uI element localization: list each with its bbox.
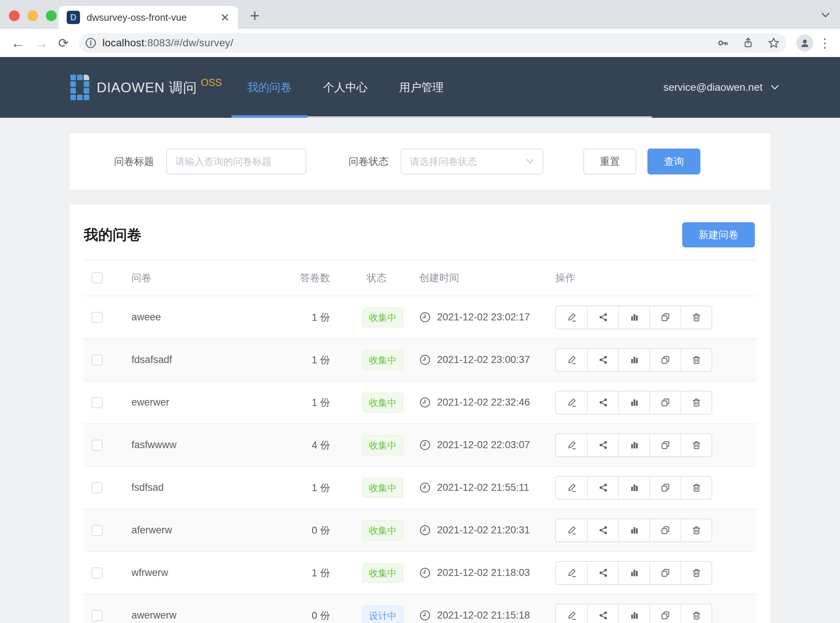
row-actions <box>555 433 712 457</box>
row-checkbox[interactable] <box>92 397 103 408</box>
status-badge: 收集中 <box>362 520 404 540</box>
site-info-icon[interactable] <box>85 37 97 49</box>
brand[interactable]: DIAOWEN 调问 OSS <box>71 75 222 100</box>
stats-button[interactable] <box>618 477 649 499</box>
share-button[interactable] <box>587 306 618 328</box>
delete-icon <box>691 567 702 578</box>
stats-button[interactable] <box>618 349 649 371</box>
page-title: 我的问卷 <box>84 225 141 245</box>
response-count: 1 份 <box>296 566 335 580</box>
favicon-icon: D <box>67 11 80 24</box>
created-time: 2021-12-02 21:18:03 <box>437 567 530 578</box>
delete-button[interactable] <box>681 306 711 328</box>
clock-icon <box>419 482 431 493</box>
chevron-down-icon <box>770 84 780 91</box>
delete-button[interactable] <box>681 477 711 499</box>
delete-button[interactable] <box>681 349 711 371</box>
share-button[interactable] <box>587 605 618 623</box>
window-close-button[interactable] <box>9 11 20 21</box>
delete-button[interactable] <box>681 391 711 414</box>
share-button[interactable] <box>587 562 618 584</box>
clock-icon <box>419 439 431 451</box>
row-checkbox[interactable] <box>92 440 103 451</box>
window-minimize-button[interactable] <box>28 11 38 21</box>
copy-icon <box>660 439 671 451</box>
share-button[interactable] <box>587 391 618 414</box>
survey-name: awerwerw <box>122 610 296 621</box>
create-survey-button[interactable]: 新建问卷 <box>682 222 755 247</box>
reload-button[interactable]: ⟳ <box>58 37 69 49</box>
share-button[interactable] <box>587 519 618 542</box>
row-checkbox[interactable] <box>92 354 103 365</box>
edit-button[interactable] <box>556 477 587 499</box>
copy-button[interactable] <box>649 349 681 371</box>
stats-button[interactable] <box>618 434 649 456</box>
row-checkbox[interactable] <box>92 610 103 621</box>
delete-button[interactable] <box>681 562 711 584</box>
delete-button[interactable] <box>681 605 711 623</box>
edit-button[interactable] <box>556 349 587 371</box>
browser-menu-icon[interactable]: ⋮ <box>819 35 831 51</box>
copy-button[interactable] <box>649 391 681 414</box>
edit-icon <box>566 312 578 323</box>
share-icon <box>598 397 609 408</box>
survey-name: aferwerw <box>122 525 296 536</box>
stats-button[interactable] <box>618 605 649 623</box>
account-menu[interactable]: service@diaowen.net <box>663 81 780 94</box>
delete-button[interactable] <box>681 519 711 542</box>
edit-button[interactable] <box>556 605 587 623</box>
nav-tab-user-management[interactable]: 用户管理 <box>383 57 459 118</box>
nav-tab-personal-center[interactable]: 个人中心 <box>307 57 383 118</box>
stats-button[interactable] <box>618 519 649 542</box>
delete-button[interactable] <box>681 434 711 456</box>
row-checkbox[interactable] <box>92 482 103 493</box>
status-badge: 设计中 <box>362 606 404 623</box>
share-button[interactable] <box>587 434 618 456</box>
select-all-checkbox[interactable] <box>92 272 103 283</box>
copy-button[interactable] <box>649 477 681 499</box>
edit-button[interactable] <box>556 391 587 414</box>
edit-button[interactable] <box>556 519 587 542</box>
share-button[interactable] <box>587 349 618 371</box>
created-time: 2021-12-02 21:15:18 <box>437 610 530 621</box>
row-checkbox[interactable] <box>92 312 103 323</box>
forward-button[interactable]: → <box>34 36 49 50</box>
survey-title-input[interactable] <box>166 149 306 175</box>
delete-icon <box>691 525 702 536</box>
window-zoom-button[interactable] <box>46 11 57 21</box>
edit-button[interactable] <box>556 434 587 456</box>
search-button[interactable]: 查询 <box>647 149 701 175</box>
stats-button[interactable] <box>618 306 649 328</box>
copy-button[interactable] <box>649 605 681 623</box>
edit-button[interactable] <box>556 306 587 328</box>
back-button[interactable]: ← <box>11 36 25 50</box>
response-count: 1 份 <box>296 396 335 409</box>
copy-button[interactable] <box>649 562 681 584</box>
window-chevron-icon[interactable] <box>819 11 832 19</box>
clock-icon <box>419 354 431 365</box>
copy-button[interactable] <box>649 434 681 456</box>
tab-close-icon[interactable]: ✕ <box>221 11 230 24</box>
edit-button[interactable] <box>556 562 587 584</box>
share-button[interactable] <box>587 477 618 499</box>
reset-button[interactable]: 重置 <box>583 149 636 175</box>
stats-button[interactable] <box>618 562 649 584</box>
bookmark-star-icon[interactable] <box>767 37 780 49</box>
row-checkbox[interactable] <box>92 568 103 578</box>
table-row: fsdfsad1 份收集中2021-12-02 21:55:11 <box>83 467 757 509</box>
survey-name: fdsafsadf <box>122 354 296 365</box>
row-checkbox[interactable] <box>92 525 103 536</box>
survey-status-select[interactable]: 请选择问卷状态 <box>401 149 543 175</box>
browser-tab[interactable]: D dwsurvey-oss-front-vue ✕ <box>58 6 238 29</box>
stats-button[interactable] <box>618 391 649 414</box>
copy-button[interactable] <box>649 519 681 542</box>
share-page-icon[interactable] <box>742 37 754 49</box>
row-actions <box>555 305 712 329</box>
new-tab-button[interactable]: + <box>244 5 265 26</box>
copy-button[interactable] <box>649 306 681 328</box>
created-time: 2021-12-02 22:03:07 <box>437 439 530 451</box>
address-bar[interactable]: localhost:8083/#/dw/survey/ <box>79 33 787 52</box>
password-key-icon[interactable] <box>717 37 729 49</box>
browser-profile-avatar[interactable] <box>796 34 813 52</box>
nav-tab-my-surveys[interactable]: 我的问卷 <box>231 57 307 118</box>
